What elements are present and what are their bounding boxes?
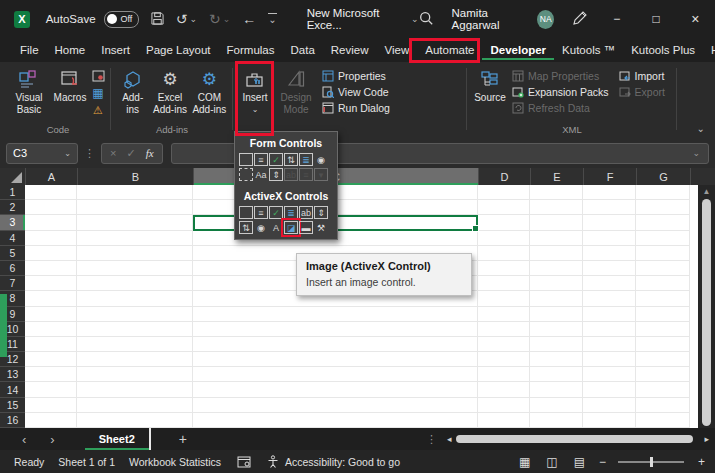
accessibility-checker-button[interactable] — [267, 455, 279, 468]
cell-F13[interactable] — [583, 367, 636, 382]
add-ins-button[interactable]: Add-ins — [116, 64, 149, 124]
scroll-right-icon[interactable]: ▸ — [704, 434, 709, 444]
name-box[interactable]: C3 ⌄ — [6, 143, 78, 164]
cell-F2[interactable] — [583, 200, 636, 215]
cell-B2[interactable] — [77, 200, 193, 215]
cell-A9[interactable] — [25, 307, 77, 322]
back-button[interactable]: ← — [242, 12, 256, 26]
normal-view-button[interactable]: ▦ — [519, 455, 530, 469]
document-title[interactable]: New Microsoft Exce... — [307, 7, 409, 31]
cell-A6[interactable] — [25, 261, 77, 276]
row-header-13[interactable]: 13 — [0, 367, 25, 382]
activex-spin-button-icon[interactable]: ⇅ — [239, 221, 253, 234]
com-add-ins-button[interactable]: ⚙ COM Add-ins — [191, 64, 228, 124]
cell-C11[interactable] — [193, 337, 478, 352]
column-header-G[interactable]: G — [637, 168, 691, 185]
menu-tab-file[interactable]: File — [12, 40, 47, 60]
cell-F6[interactable] — [583, 261, 636, 276]
macro-security-icon[interactable]: ⚠ — [90, 103, 106, 117]
redo-button[interactable]: ↻ — [209, 12, 221, 26]
cell-A13[interactable] — [25, 367, 77, 382]
row-header-15[interactable]: 15 — [0, 398, 25, 413]
row-header-16[interactable]: 16 — [0, 413, 25, 428]
cell-G12[interactable] — [636, 352, 690, 367]
cell-D9[interactable] — [478, 307, 530, 322]
column-header-A[interactable]: A — [26, 168, 78, 185]
collapse-ribbon-chevron-icon[interactable]: ⌄ — [697, 123, 705, 134]
column-header-D[interactable]: D — [479, 168, 531, 185]
activex-check-box-icon[interactable]: ✓ — [269, 206, 283, 219]
cell-E15[interactable] — [530, 398, 583, 413]
cell-B12[interactable] — [77, 352, 193, 367]
menu-tab-developer[interactable]: Developer — [482, 40, 554, 60]
new-sheet-button[interactable]: + — [179, 431, 187, 447]
cell-D16[interactable] — [478, 413, 530, 428]
select-all-button[interactable] — [0, 168, 26, 185]
export-button[interactable]: Export — [619, 86, 665, 98]
row-header-3[interactable]: 3 — [0, 215, 25, 230]
cell-F1[interactable] — [583, 185, 636, 200]
cell-D13[interactable] — [478, 367, 530, 382]
cell-C16[interactable] — [193, 413, 478, 428]
cell-A7[interactable] — [25, 276, 77, 291]
properties-button[interactable]: Properties — [322, 70, 390, 82]
fill-handle[interactable] — [472, 225, 479, 232]
cell-F16[interactable] — [583, 413, 636, 428]
pen-mode-button[interactable] — [572, 11, 587, 28]
cell-A14[interactable] — [25, 382, 77, 397]
cell-A11[interactable] — [25, 337, 77, 352]
next-sheet-button[interactable]: › — [50, 432, 54, 447]
form-spin-button-icon[interactable]: ⇅ — [284, 153, 298, 166]
cell-B16[interactable] — [77, 413, 193, 428]
cell-D2[interactable] — [478, 200, 530, 215]
activex-list-box-icon[interactable]: ≣ — [284, 206, 298, 219]
formula-bar-expand-chevron-icon[interactable]: ⌄ — [692, 148, 700, 158]
cell-E7[interactable] — [530, 276, 583, 291]
cell-B11[interactable] — [77, 337, 193, 352]
column-header-F[interactable]: F — [584, 168, 637, 185]
avatar[interactable]: NA — [537, 10, 554, 29]
cell-E2[interactable] — [530, 200, 583, 215]
cell-D6[interactable] — [478, 261, 530, 276]
activex-command-button-icon[interactable] — [239, 206, 253, 219]
form-label-icon[interactable]: Aa — [254, 168, 268, 181]
menu-tab-kutools[interactable]: Kutools ™ — [554, 40, 623, 60]
page-layout-view-button[interactable]: ◫ — [546, 455, 557, 469]
form-group-box-icon[interactable] — [239, 168, 253, 181]
cell-E13[interactable] — [530, 367, 583, 382]
activex-more-controls-icon[interactable]: ⚒ — [314, 221, 328, 234]
scrollbar-resize-handle[interactable]: ⋮ — [426, 433, 437, 446]
cell-A15[interactable] — [25, 398, 77, 413]
cell-G8[interactable] — [636, 291, 690, 306]
cell-F4[interactable] — [583, 231, 636, 246]
menu-tab-automate[interactable]: Automate — [417, 40, 482, 60]
refresh-data-button[interactable]: Refresh Data — [512, 102, 609, 114]
activex-scroll-bar-icon[interactable]: ⇕ — [314, 206, 328, 219]
accessibility-status[interactable]: Accessibility: Good to go — [285, 456, 400, 468]
cell-B9[interactable] — [77, 307, 193, 322]
undo-chevron-icon[interactable]: ⌄ — [189, 14, 197, 24]
record-macro-icon[interactable] — [90, 69, 106, 83]
cell-F5[interactable] — [583, 246, 636, 261]
form-combo-list-edit-icon[interactable]: ≡ — [299, 168, 313, 181]
cell-G10[interactable] — [636, 322, 690, 337]
cell-D7[interactable] — [478, 276, 530, 291]
cell-G4[interactable] — [636, 231, 690, 246]
cell-A10[interactable] — [25, 322, 77, 337]
row-header-6[interactable]: 6 — [0, 261, 25, 276]
cell-G3[interactable] — [636, 215, 690, 230]
design-mode-button[interactable]: Design Mode — [276, 64, 316, 135]
cell-E1[interactable] — [530, 185, 583, 200]
cell-A12[interactable] — [25, 352, 77, 367]
vertical-scrollbar[interactable]: ▲ — [698, 185, 715, 428]
menu-tab-kutools-plus[interactable]: Kutools Plus — [623, 40, 703, 60]
form-list-box-icon[interactable]: ≣ — [299, 153, 313, 166]
form-combo-drop-down-edit-icon[interactable]: ▾ — [314, 168, 328, 181]
activex-image-icon[interactable]: ◪ — [284, 221, 298, 234]
cell-G7[interactable] — [636, 276, 690, 291]
cell-G9[interactable] — [636, 307, 690, 322]
horizontal-scroll-thumb[interactable] — [456, 435, 694, 443]
close-button[interactable]: × — [676, 0, 715, 38]
redo-chevron-icon[interactable]: ⌄ — [223, 14, 231, 24]
prev-sheet-button[interactable]: ‹ — [22, 432, 26, 447]
